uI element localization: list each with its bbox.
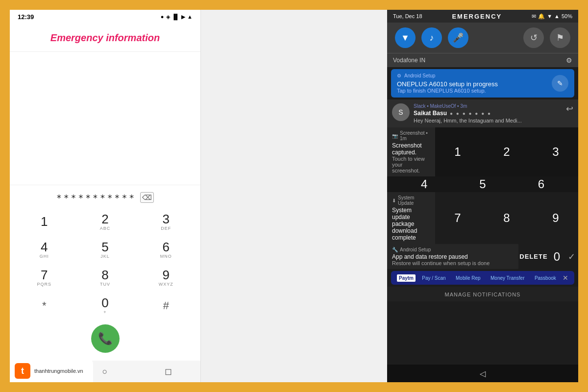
settings-gear-icon[interactable]: ⚙: [566, 56, 572, 64]
sysupdate-notif-title: System update package download complete: [392, 207, 430, 241]
rotate-toggle-icon: ↺: [530, 32, 538, 43]
vodafone-label: Vodafone IN: [393, 57, 425, 64]
slack-app-label: Slack • MakeUseOf • 3m: [414, 103, 467, 109]
pin-display: *********** ⌫: [22, 192, 189, 203]
key-star-symbol: *: [42, 299, 47, 312]
key-0[interactable]: 0 +: [74, 292, 135, 319]
overlay-key-3-num: 3: [552, 145, 559, 158]
paytm-close-icon[interactable]: ✕: [563, 274, 568, 282]
overlay-key-9[interactable]: 9: [536, 211, 575, 225]
sysupdate-icon: ⬇: [392, 198, 396, 203]
key-hash[interactable]: #: [136, 292, 196, 319]
manage-notifications-bar[interactable]: MANAGE NOTIFICATIONS: [387, 287, 578, 301]
watermark: t thanhtrungmobile.vn: [10, 360, 93, 382]
paytm-money-transfer[interactable]: Money Transfer: [490, 275, 524, 281]
slack-avatar: S: [392, 103, 410, 121]
wifi-status-icon: ◈: [166, 14, 170, 20]
overlay-key-8[interactable]: 8: [487, 211, 526, 225]
backspace-button[interactable]: ⌫: [140, 192, 154, 203]
key-9[interactable]: 9 WXYZ: [136, 264, 196, 292]
battery-icon-right: 50%: [562, 13, 572, 19]
battery-icon: ▐▌: [172, 14, 180, 20]
key-9-letters: WXYZ: [159, 282, 173, 287]
key-4-letters: GHI: [40, 254, 49, 259]
checkmark-icon[interactable]: ✓: [566, 251, 577, 262]
key-4[interactable]: 4 GHI: [14, 236, 74, 264]
paytm-banner[interactable]: Paytm Pay / Scan Mobile Rep Money Transf…: [391, 271, 574, 285]
paytm-passbook[interactable]: Passbook: [535, 275, 556, 281]
key-7-letters: PQRS: [37, 282, 51, 287]
manage-notif-label: MANAGE NOTIFICATIONS: [445, 292, 521, 297]
signal-icon-right: ▲: [554, 13, 560, 19]
key-8[interactable]: 8 TUV: [74, 264, 135, 292]
extra-toggle[interactable]: ⚑: [550, 27, 570, 48]
key-1[interactable]: 1: [14, 208, 74, 236]
overlay-key-1[interactable]: 1: [438, 145, 477, 159]
overlay-key-0[interactable]: 0: [552, 250, 562, 264]
setup-notif-sub: Tap to finish ONEPLUS A6010 setup.: [397, 88, 549, 94]
setup-action-icon[interactable]: ✎: [552, 75, 568, 92]
key-3-num: 3: [163, 213, 170, 225]
key-3[interactable]: 3 DEF: [136, 208, 196, 236]
setup-notification[interactable]: ⚙ Android Setup ONEPLUS A6010 setup in p…: [391, 69, 574, 98]
screenshot-icon: 📷: [392, 133, 398, 139]
appdata-notif-title: App and data restore paused: [392, 253, 514, 260]
paytm-mobile-rep[interactable]: Mobile Rep: [456, 275, 481, 281]
wifi-toggle[interactable]: ▼: [395, 27, 416, 48]
overlay-key-9-num: 9: [552, 211, 559, 224]
key-0-num: 0: [101, 296, 108, 309]
slack-header: Slack • MakeUseOf • 3m: [414, 103, 562, 109]
screenshot-notif-header: 📷 Screenshot • 1m: [392, 130, 430, 141]
left-status-icons: ● ◈ ▐▌ ▶ ▲: [161, 14, 193, 20]
slack-content: Slack • MakeUseOf • 3m Saikat Basu ● ● ●…: [414, 103, 562, 123]
key-6-num: 6: [163, 241, 170, 253]
screenshot-label: Screenshot • 1m: [400, 130, 430, 141]
key-6[interactable]: 6 MNO: [136, 236, 196, 264]
key-star[interactable]: *: [14, 292, 74, 319]
left-phone: 12:39 ● ◈ ▐▌ ▶ ▲ Emergency information *…: [10, 10, 201, 382]
mic-toggle[interactable]: 🎤: [448, 27, 468, 48]
key-8-num: 8: [101, 269, 108, 281]
signal-bars-icon: ▲: [187, 14, 193, 20]
paytm-pay-scan[interactable]: Pay / Scan: [422, 275, 445, 281]
key-3-letters: DEF: [161, 226, 171, 231]
overlay-key-8-num: 8: [503, 211, 510, 224]
slack-message-preview: Hey Neeraj, Hmm, the Instaguam and Medi.…: [414, 118, 562, 123]
setup-gear-icon: ⚙: [397, 73, 401, 78]
overlay-key-4[interactable]: 4: [405, 177, 444, 191]
right-back-icon[interactable]: ◁: [480, 369, 486, 378]
wifi-toggle-icon: ▼: [401, 33, 410, 43]
key-7[interactable]: 7 PQRS: [14, 264, 74, 292]
setup-notif-header: ⚙ Android Setup: [397, 73, 549, 78]
overlay-key-2[interactable]: 2: [487, 145, 526, 159]
setup-notif-title: ONEPLUS A6010 setup in progress: [397, 80, 549, 88]
right-phone: Tue, Dec 18 EMERGENCY ✉ 🔔 ▼ ▲ 50% ▼ ♪: [387, 10, 578, 382]
phone-call-icon: 📞: [98, 332, 113, 345]
key-5[interactable]: 5 JKL: [74, 236, 135, 264]
key-0-letters: +: [103, 310, 106, 315]
appdata-icon: 🔧: [392, 247, 398, 252]
overlay-key-5[interactable]: 5: [463, 177, 502, 191]
call-button[interactable]: 📞: [91, 324, 120, 353]
left-status-bar: 12:39 ● ◈ ▐▌ ▶ ▲: [10, 10, 200, 24]
paytm-links: Pay / Scan Mobile Rep Money Transfer Pas…: [419, 275, 559, 281]
overlay-key-3[interactable]: 3: [536, 145, 575, 159]
overlay-key-7[interactable]: 7: [438, 211, 477, 225]
home-nav-icon[interactable]: ○: [102, 367, 108, 377]
extra-toggle-icon: ⚑: [556, 32, 564, 43]
slack-reply-icon[interactable]: ↩: [566, 103, 573, 114]
emergency-header: Emergency information: [10, 24, 200, 52]
rotate-toggle[interactable]: ↺: [523, 27, 544, 48]
vodafone-row: Vodafone IN ⚙: [387, 53, 578, 67]
key-2[interactable]: 2 ABC: [74, 208, 135, 236]
delete-label[interactable]: DELETE: [519, 253, 547, 260]
overlay-keypad-row2: 4 5 6: [387, 176, 578, 192]
key-8-letters: TUV: [100, 282, 110, 287]
right-status-bar: Tue, Dec 18 EMERGENCY ✉ 🔔 ▼ ▲ 50%: [387, 10, 578, 23]
overlay-key-1-num: 1: [454, 145, 461, 158]
music-toggle[interactable]: ♪: [421, 27, 442, 48]
recents-nav-icon[interactable]: ◻: [165, 366, 172, 377]
slack-notification[interactable]: S Slack • MakeUseOf • 3m Saikat Basu ● ●…: [387, 99, 578, 127]
overlay-key-6[interactable]: 6: [521, 177, 561, 191]
appdata-notif-sub: Restore will continue when setup is done: [392, 260, 514, 266]
